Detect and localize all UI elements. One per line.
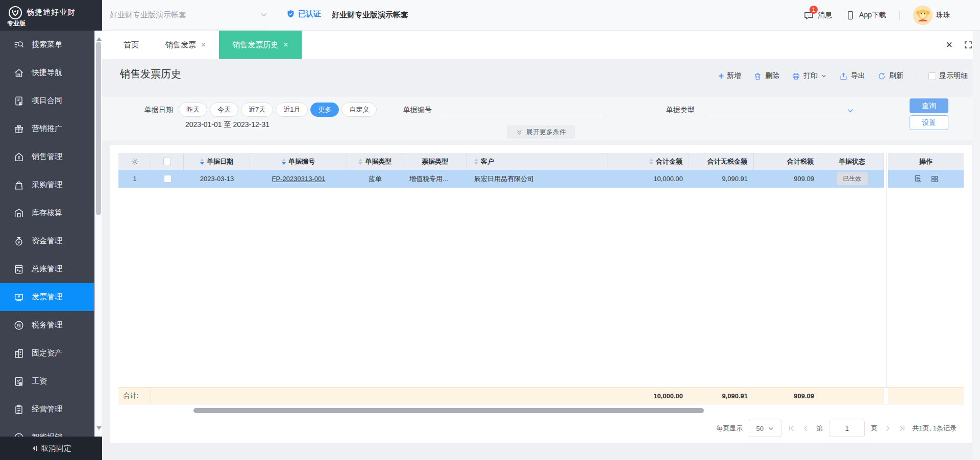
invoice-icon: ¥ xyxy=(13,292,24,303)
sidebar-item-marketing[interactable]: 营销推广 xyxy=(0,115,94,143)
sidebar-item-general-ledger[interactable]: ¥ 总账管理 xyxy=(0,255,94,283)
close-page-icon[interactable]: × xyxy=(946,39,952,50)
page-size-select[interactable]: 50 xyxy=(749,420,781,437)
sort-up-icon[interactable] xyxy=(649,159,653,161)
page-number-input[interactable] xyxy=(829,420,865,437)
date-pill-custom[interactable]: 自定义 xyxy=(341,103,377,117)
table-row[interactable]: 1 2023-03-13 FP-20230313-001 蓝单 增值税专用...… xyxy=(118,170,964,188)
sidebar-scrollbar[interactable] xyxy=(94,31,102,437)
add-button[interactable]: + 新增 xyxy=(718,71,741,81)
sort-up-icon[interactable] xyxy=(282,159,286,161)
fixed-column-divider xyxy=(886,153,887,387)
sort-down-icon[interactable] xyxy=(649,162,653,165)
user-profile[interactable]: 珠珠 xyxy=(913,6,950,25)
select-all-checkbox[interactable] xyxy=(163,158,171,165)
linked-docs-icon[interactable] xyxy=(914,174,922,183)
sidebar-item-salary[interactable]: 工资 xyxy=(0,367,94,395)
last-page-icon[interactable] xyxy=(898,424,906,432)
sort-icons[interactable] xyxy=(358,159,362,165)
date-pill-today[interactable]: 今天 xyxy=(210,103,238,117)
double-chevron-down-icon xyxy=(516,129,523,136)
scroll-down-arrow-icon[interactable] xyxy=(96,426,102,432)
sort-up-icon[interactable] xyxy=(474,159,478,161)
column-header-doc-no[interactable]: 单据编号 xyxy=(250,153,347,170)
messages-button[interactable]: 消息 1 xyxy=(803,10,832,21)
horizontal-scrollbar[interactable] xyxy=(118,408,892,413)
sort-icons[interactable] xyxy=(649,159,653,165)
column-header-doc-date[interactable]: 单据日期 xyxy=(184,153,250,170)
sidebar-item-fixed-assets[interactable]: 固定资产 xyxy=(0,339,94,367)
date-pill-last7days[interactable]: 近7天 xyxy=(241,103,273,117)
next-page-icon[interactable] xyxy=(884,424,892,432)
sort-down-icon[interactable] xyxy=(474,162,478,165)
cell-actions xyxy=(888,170,964,188)
sort-down-icon[interactable] xyxy=(358,162,362,165)
sidebar-item-search-menu[interactable]: 搜索菜单 xyxy=(0,31,94,59)
sort-down-icon[interactable] xyxy=(282,162,286,165)
refresh-button[interactable]: 刷新 xyxy=(877,71,903,81)
sidebar-item-purchase[interactable]: 采购管理 xyxy=(0,171,94,199)
related-apps-grid-icon[interactable] xyxy=(930,175,939,183)
date-pill-yesterday[interactable]: 昨天 xyxy=(179,103,207,117)
export-button[interactable]: 导出 xyxy=(839,71,865,81)
sidebar-item-quick-nav[interactable]: 快捷导航 xyxy=(0,59,94,87)
sidebar-item-label: 资金管理 xyxy=(32,236,62,246)
tab-sales-invoice-history[interactable]: 销售发票历史 × xyxy=(219,31,301,59)
sidebar-item-label: 固定资产 xyxy=(32,348,62,358)
column-header-amount-excl-tax[interactable]: 合计无税金额 xyxy=(689,153,754,170)
column-header-invoice-type[interactable]: 票据类型 xyxy=(403,153,467,170)
show-detail-checkbox[interactable] xyxy=(928,72,936,80)
doc-no-link[interactable]: FP-20230313-001 xyxy=(272,175,326,183)
row-checkbox[interactable] xyxy=(164,175,172,183)
main-scrollbar-track[interactable] xyxy=(973,31,980,460)
column-header-doc-type[interactable]: 单据类型 xyxy=(347,153,403,170)
print-button[interactable]: 打印 xyxy=(792,71,827,81)
sidebar-item-tax[interactable]: 税 税务管理 xyxy=(0,311,94,339)
sidebar-scrollbar-thumb[interactable] xyxy=(96,42,101,215)
tab-close-icon[interactable]: × xyxy=(201,40,206,49)
expand-more-conditions-button[interactable]: 展开更多条件 xyxy=(507,125,575,139)
settings-button[interactable]: 设置 xyxy=(910,115,948,130)
date-range-value[interactable]: 2023-01-01 至 2023-12-31 xyxy=(185,120,270,130)
app-download-button[interactable]: App下载 xyxy=(845,10,886,20)
fullscreen-icon[interactable] xyxy=(964,40,973,49)
sort-icons[interactable] xyxy=(282,159,286,165)
sort-down-icon[interactable] xyxy=(200,162,204,165)
date-pill-last-month[interactable]: 近1月 xyxy=(276,103,308,117)
column-header-actions[interactable]: 操作 xyxy=(888,153,964,170)
column-header-customer[interactable]: 客户 xyxy=(467,153,607,170)
column-header-status[interactable]: 单据状态 xyxy=(820,153,884,170)
unpin-sidebar-button[interactable]: 取消固定 xyxy=(0,437,102,460)
tab-sales-invoice[interactable]: 销售发票 × xyxy=(152,31,219,59)
sidebar-item-funds[interactable]: ¥ 资金管理 xyxy=(0,227,94,255)
sidebar-item-inventory[interactable]: 库存核算 xyxy=(0,199,94,227)
sort-up-icon[interactable] xyxy=(200,159,204,161)
column-header-total-amount[interactable]: 合计金额 xyxy=(607,153,689,170)
select-all-checkbox-cell[interactable] xyxy=(151,153,184,170)
tab-close-icon[interactable]: × xyxy=(283,40,288,49)
doc-no-input[interactable] xyxy=(439,101,602,117)
sort-up-icon[interactable] xyxy=(358,159,362,161)
show-detail-toggle[interactable]: 显示明细 xyxy=(928,71,968,81)
delete-button[interactable]: 删除 xyxy=(753,71,779,81)
tab-home[interactable]: 首页 xyxy=(110,31,152,59)
horizontal-scrollbar-thumb[interactable] xyxy=(193,408,704,413)
column-header-tax-amount[interactable]: 合计税额 xyxy=(754,153,820,170)
sidebar-item-invoice[interactable]: ¥ 发票管理 xyxy=(0,283,94,311)
row-checkbox-cell[interactable] xyxy=(151,170,184,188)
scroll-up-arrow-icon[interactable] xyxy=(96,35,102,41)
sort-icons[interactable] xyxy=(474,159,478,165)
account-selector[interactable]: 好业财专业版演示帐套 xyxy=(110,0,268,30)
column-header-label: 单据类型 xyxy=(365,157,391,166)
column-settings-button[interactable] xyxy=(118,153,151,170)
sidebar-item-operations[interactable]: 经营管理 xyxy=(0,395,94,423)
date-pill-more[interactable]: 更多 xyxy=(310,103,339,117)
sidebar-item-project-contract[interactable]: 项目合同 xyxy=(0,87,94,115)
prev-page-icon[interactable] xyxy=(802,424,810,432)
sort-icons[interactable] xyxy=(200,159,204,165)
cell-total-amount: 10,000.00 xyxy=(607,170,689,188)
doc-type-select[interactable] xyxy=(703,101,857,117)
sidebar-item-sales[interactable]: $ 销售管理 xyxy=(0,143,94,171)
first-page-icon[interactable] xyxy=(788,424,796,432)
query-button[interactable]: 查询 xyxy=(910,98,948,113)
